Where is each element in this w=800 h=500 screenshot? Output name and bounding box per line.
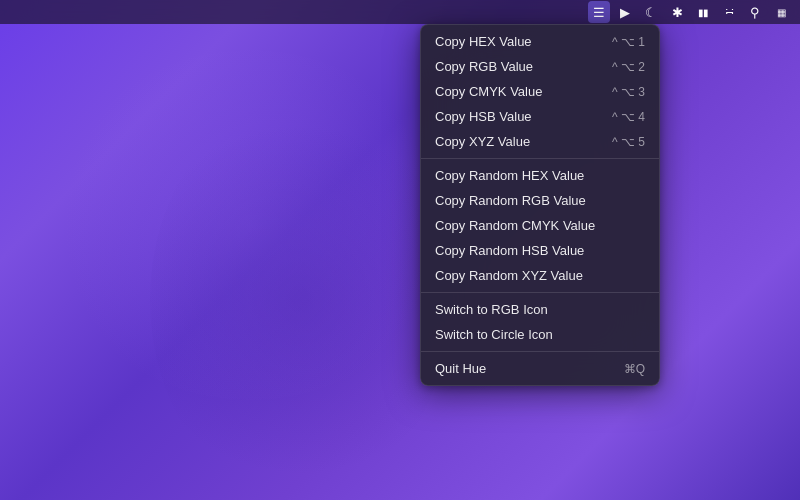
random-cmyk-label: Copy Random CMYK Value	[435, 218, 645, 233]
copy-cmyk-shortcut: ^ ⌥ 3	[612, 85, 645, 99]
menu-item-random-xyz[interactable]: Copy Random XYZ Value	[421, 263, 659, 288]
menu-item-copy-hsb[interactable]: Copy HSB Value ^ ⌥ 4	[421, 104, 659, 129]
menubar-moon-icon[interactable]: ☾	[640, 1, 662, 23]
menu-item-copy-xyz[interactable]: Copy XYZ Value ^ ⌥ 5	[421, 129, 659, 154]
random-xyz-label: Copy Random XYZ Value	[435, 268, 645, 283]
menubar: ☰ ▶ ☾ ✱ ▮▮ ∺ ⚲ ▦	[0, 0, 800, 24]
menu-item-switch-rgb-icon[interactable]: Switch to RGB Icon	[421, 297, 659, 322]
menu-item-quit[interactable]: Quit Hue ⌘Q	[421, 356, 659, 381]
menu-item-random-cmyk[interactable]: Copy Random CMYK Value	[421, 213, 659, 238]
menu-group-quit: Quit Hue ⌘Q	[421, 356, 659, 381]
copy-xyz-shortcut: ^ ⌥ 5	[612, 135, 645, 149]
random-hsb-label: Copy Random HSB Value	[435, 243, 645, 258]
switch-circle-icon-label: Switch to Circle Icon	[435, 327, 645, 342]
quit-label: Quit Hue	[435, 361, 616, 376]
menubar-menu-icon[interactable]: ☰	[588, 1, 610, 23]
separator-3	[421, 351, 659, 352]
menubar-search-icon[interactable]: ⚲	[744, 1, 766, 23]
menubar-controls-icon[interactable]: ▦	[770, 1, 792, 23]
menu-item-random-rgb[interactable]: Copy Random RGB Value	[421, 188, 659, 213]
menu-item-switch-circle-icon[interactable]: Switch to Circle Icon	[421, 322, 659, 347]
menu-group-copy: Copy HEX Value ^ ⌥ 1 Copy RGB Value ^ ⌥ …	[421, 29, 659, 154]
copy-rgb-label: Copy RGB Value	[435, 59, 604, 74]
copy-hex-shortcut: ^ ⌥ 1	[612, 35, 645, 49]
copy-hex-label: Copy HEX Value	[435, 34, 604, 49]
random-rgb-label: Copy Random RGB Value	[435, 193, 645, 208]
separator-1	[421, 158, 659, 159]
menubar-bluetooth-icon[interactable]: ✱	[666, 1, 688, 23]
copy-rgb-shortcut: ^ ⌥ 2	[612, 60, 645, 74]
menubar-battery-icon[interactable]: ▮▮	[692, 1, 714, 23]
menu-item-random-hsb[interactable]: Copy Random HSB Value	[421, 238, 659, 263]
copy-hsb-shortcut: ^ ⌥ 4	[612, 110, 645, 124]
menu-group-switch: Switch to RGB Icon Switch to Circle Icon	[421, 297, 659, 347]
separator-2	[421, 292, 659, 293]
copy-xyz-label: Copy XYZ Value	[435, 134, 604, 149]
menubar-wifi-icon[interactable]: ∺	[718, 1, 740, 23]
menu-item-copy-cmyk[interactable]: Copy CMYK Value ^ ⌥ 3	[421, 79, 659, 104]
menu-item-copy-rgb[interactable]: Copy RGB Value ^ ⌥ 2	[421, 54, 659, 79]
dropdown-menu: Copy HEX Value ^ ⌥ 1 Copy RGB Value ^ ⌥ …	[420, 24, 660, 386]
copy-cmyk-label: Copy CMYK Value	[435, 84, 604, 99]
menu-group-random: Copy Random HEX Value Copy Random RGB Va…	[421, 163, 659, 288]
menu-item-random-hex[interactable]: Copy Random HEX Value	[421, 163, 659, 188]
bg-shape-2	[150, 100, 450, 500]
menubar-icons: ☰ ▶ ☾ ✱ ▮▮ ∺ ⚲ ▦	[588, 1, 792, 23]
random-hex-label: Copy Random HEX Value	[435, 168, 645, 183]
copy-hsb-label: Copy HSB Value	[435, 109, 604, 124]
desktop-background	[0, 0, 800, 500]
menubar-play-icon[interactable]: ▶	[614, 1, 636, 23]
switch-rgb-icon-label: Switch to RGB Icon	[435, 302, 645, 317]
quit-shortcut: ⌘Q	[624, 362, 645, 376]
menu-item-copy-hex[interactable]: Copy HEX Value ^ ⌥ 1	[421, 29, 659, 54]
